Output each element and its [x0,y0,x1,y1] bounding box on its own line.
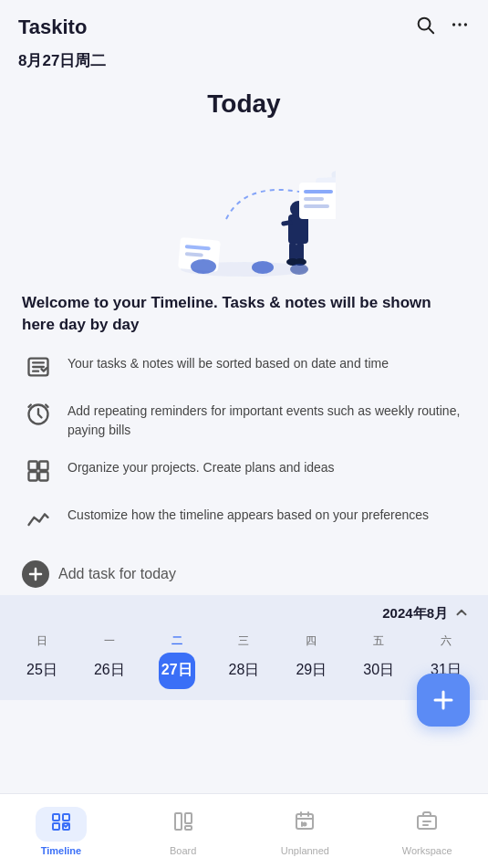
today-title: Today [0,71,488,119]
illustration [0,119,488,292]
bottom-nav: Timeline Board [0,793,488,868]
nav-unplanned[interactable]: Unplanned [244,794,367,868]
nav-unplanned-icon-wrap [279,807,330,842]
cal-day-name-6: 六 [441,633,452,649]
feature-list: Your tasks & notes will be sorted based … [22,350,466,535]
svg-point-53 [304,822,306,825]
feature-customize: Customize how the timeline appears based… [22,502,466,535]
svg-rect-42 [53,814,59,821]
cal-day-1[interactable]: 一 26日 [82,633,137,689]
feature-reminder-text: Add repeating reminders for important ev… [67,398,466,440]
nav-board[interactable]: Board [122,794,244,868]
feature-customize-text: Customize how the timeline appears based… [67,502,429,525]
cal-day-name-1: 一 [104,633,115,649]
svg-rect-36 [29,472,37,480]
feature-organize-text: Organize your projects. Create plans and… [67,455,335,477]
calendar-days: 日 25日 一 26日 二 27日 三 28日 四 29日 五 30日 六 31… [15,633,473,689]
add-task-circle-btn[interactable] [22,560,49,588]
add-task-label: Add task for today [58,566,176,582]
cal-day-num-0: 25日 [24,653,60,689]
cal-day-num-5: 30日 [360,653,397,689]
feature-sort: Your tasks & notes will be sorted based … [22,350,466,383]
nav-workspace[interactable]: Workspace [366,794,488,868]
svg-rect-46 [175,813,182,830]
nav-timeline-icon-wrap [36,807,87,842]
svg-rect-49 [296,814,313,829]
app-title: Taskito [18,16,87,39]
cal-day-2[interactable]: 二 27日 [150,633,204,689]
cal-day-name-5: 五 [373,633,384,649]
cal-day-name-3: 三 [238,633,249,649]
nav-timeline-label: Timeline [41,845,81,856]
svg-rect-34 [29,461,37,469]
feature-organize: Organize your projects. Create plans and… [22,455,466,487]
svg-point-28 [290,264,308,275]
svg-point-26 [191,259,216,274]
cal-day-name-4: 四 [306,633,317,649]
cal-day-num-3: 28日 [225,653,262,689]
svg-point-3 [458,23,461,26]
workspace-icon [416,810,438,838]
calendar-header: 2024年8月 [15,604,473,624]
nav-timeline[interactable]: Timeline [0,794,122,868]
cal-day-name-2: 二 [171,633,182,649]
cal-day-3[interactable]: 三 28日 [216,633,271,689]
svg-rect-44 [53,823,59,830]
more-icon[interactable] [450,15,470,39]
board-icon [172,810,194,838]
search-icon[interactable] [415,15,435,39]
customize-icon [22,502,55,535]
feature-reminder: Add repeating reminders for important ev… [22,398,466,440]
sort-icon [22,350,55,383]
calendar-month: 2024年8月 [382,605,448,622]
organize-icon [22,455,55,487]
timeline-icon [50,810,72,838]
nav-workspace-icon-wrap [401,807,452,842]
feature-sort-text: Your tasks & notes will be sorted based … [67,350,389,373]
cal-day-5[interactable]: 五 30日 [351,633,406,689]
svg-rect-43 [63,814,69,821]
nav-workspace-label: Workspace [402,845,452,856]
svg-point-2 [452,23,455,26]
add-task-row[interactable]: Add task for today [0,546,488,595]
svg-point-27 [252,261,274,274]
welcome-section: Welcome to your Timeline. Tasks & notes … [0,292,488,546]
unplanned-icon [294,810,316,838]
nav-unplanned-label: Unplanned [281,845,329,856]
header: Taskito [0,0,488,47]
svg-line-1 [429,28,433,33]
welcome-heading: Welcome to your Timeline. Tasks & notes … [22,292,466,336]
nav-board-icon-wrap [158,807,209,842]
svg-rect-22 [304,204,329,208]
calendar-collapse-icon[interactable] [453,604,470,624]
cal-day-num-2: 27日 [159,653,195,689]
cal-day-0[interactable]: 日 25日 [15,633,69,689]
header-actions [415,15,470,39]
svg-rect-37 [39,472,47,480]
svg-rect-21 [304,197,324,201]
svg-rect-20 [304,190,333,193]
cal-day-4[interactable]: 四 29日 [284,633,338,689]
date-subtitle: 8月27日周二 [0,47,488,71]
cal-day-num-4: 29日 [293,653,329,689]
fab-button[interactable] [417,674,470,727]
svg-rect-48 [185,826,192,830]
reminder-icon [22,398,55,431]
calendar-strip: 2024年8月 日 25日 一 26日 二 27日 三 28日 四 29日 五 [0,595,488,700]
svg-point-4 [464,23,467,26]
cal-day-num-1: 26日 [91,653,128,689]
nav-board-label: Board [170,845,196,856]
svg-rect-35 [39,461,47,469]
svg-rect-47 [185,813,192,823]
cal-day-name-0: 日 [36,633,47,649]
